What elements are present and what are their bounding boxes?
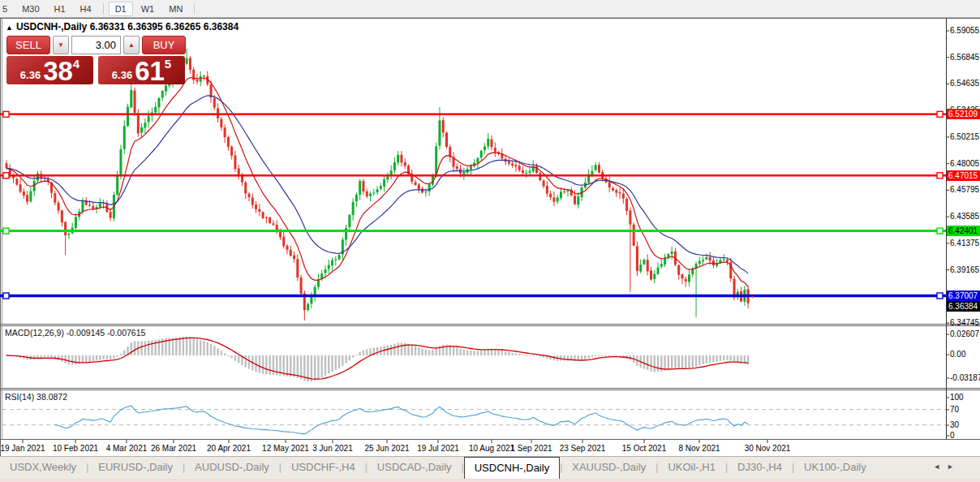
volume-input[interactable]: 3.00 — [71, 36, 121, 54]
ohlc-values: 6.36331 6.36395 6.36265 6.36384 — [90, 21, 239, 32]
date-axis-label: 15 Oct 2021 — [622, 444, 666, 453]
macd-label: MACD(12,26,9) -0.009145 -0.007615 — [5, 328, 145, 338]
price-axis-label: 6.48005 — [950, 159, 979, 168]
date-axis-label: 19 Jan 2021 — [0, 444, 45, 453]
price-level-tag: 6.42401 — [947, 226, 980, 236]
rsi-axis-label: 100 — [950, 393, 964, 402]
line-handle — [3, 293, 9, 299]
collapse-arrow-icon[interactable]: ▲ — [6, 24, 13, 32]
sell-price-display[interactable]: 6.36384 — [6, 56, 93, 84]
macd-axis-label: 0.02607 — [950, 329, 979, 338]
tab-usdx-weekly[interactable]: USDX,Weekly — [0, 457, 86, 480]
tab-xauusd-daily[interactable]: XAUUSD-,Daily — [562, 457, 655, 480]
rsi-label: RSI(14) 38.0872 — [5, 392, 67, 402]
date-axis-label: 3 Jun 2021 — [312, 444, 353, 453]
chart-title: ▲USDCNH-,Daily 6.36331 6.36395 6.36265 6… — [6, 21, 239, 32]
buy-button[interactable]: BUY — [142, 36, 186, 54]
buy-price-big: 61 — [135, 58, 165, 84]
status-strip — [0, 479, 980, 482]
current-price-tag: 6.36384 — [947, 301, 980, 312]
price-axis-label: 6.45795 — [950, 185, 979, 194]
buy-price-display[interactable]: 6.36615 — [98, 56, 185, 84]
date-axis-label: 12 May 2021 — [262, 444, 309, 453]
price-axis-label: 6.43585 — [950, 212, 979, 221]
price-level-tag: 6.37007 — [947, 290, 980, 301]
sell-price-small: 6.36 — [20, 69, 41, 81]
tab-ukoil-h1[interactable]: UKOil-,H1 — [658, 457, 725, 480]
trading-platform-window: 5M30H1H4D1W1MN 6.590556.568456.546356.52… — [0, 0, 980, 482]
line-handle — [3, 173, 9, 179]
line-handle — [937, 293, 943, 299]
tab-usdcad-daily[interactable]: USDCAD-,Daily — [368, 457, 462, 480]
price-axis-label: 6.39165 — [950, 265, 979, 274]
price-axis-label: 6.50215 — [950, 132, 979, 141]
price-axis-label: 6.59055 — [950, 26, 979, 35]
date-axis-label: 30 Nov 2021 — [745, 444, 791, 453]
tab-usdcnh-daily[interactable]: USDCNH-,Daily — [464, 457, 560, 480]
date-axis-label: 20 Apr 2021 — [207, 444, 251, 453]
rsi-axis-label: 30 — [950, 420, 959, 429]
date-axis-label: 8 Nov 2021 — [678, 444, 720, 453]
sell-button[interactable]: SELL — [6, 36, 50, 54]
rsi-axis-label: 0 — [950, 431, 955, 440]
macd-axis-label: -0.031872 — [950, 373, 980, 382]
date-axis-label: 10 Aug 2021 — [469, 444, 514, 453]
tab-scroll-arrows: ◄► — [933, 463, 961, 471]
price-level-tag: 6.52109 — [947, 109, 980, 119]
date-axis-label: 4 Mar 2021 — [106, 444, 148, 453]
macd-axis-label: 0.00 — [950, 350, 965, 359]
rsi-axis-label: 70 — [950, 405, 959, 414]
line-handle — [3, 228, 9, 234]
buy-price-small: 6.36 — [112, 69, 132, 81]
volume-decrease-button[interactable]: ▼ — [53, 36, 69, 54]
sell-price-sup: 4 — [73, 57, 80, 71]
buy-price-sup: 5 — [165, 57, 171, 71]
line-handle — [937, 228, 943, 234]
price-axis-label: 6.41375 — [950, 239, 979, 247]
line-handle — [937, 111, 943, 117]
date-axis-label: 26 Mar 2021 — [151, 444, 196, 453]
date-axis-label: 23 Sep 2021 — [560, 444, 606, 453]
chart-tab-bar: USDX,Weekly|EURUSD-,Daily|AUDUSD-,Daily|… — [0, 456, 980, 480]
sell-price-big: 38 — [43, 58, 73, 84]
date-axis-label: 10 Feb 2021 — [53, 444, 98, 453]
date-axis-label: 19 Jul 2021 — [417, 444, 459, 453]
date-axis-label: 1 Sep 2021 — [510, 444, 552, 453]
one-click-trading-panel: SELL ▼ 3.00 ▲ BUY 6.36384 6.36615 — [6, 36, 186, 84]
line-handle — [3, 111, 9, 117]
tab-scroll-right-icon[interactable]: ► — [947, 463, 961, 471]
volume-increase-button[interactable]: ▲ — [123, 36, 140, 54]
price-level-tag: 6.47015 — [947, 170, 980, 181]
symbol-name: USDCNH-,Daily — [16, 21, 87, 32]
price-axis-label: 6.54635 — [950, 79, 979, 88]
tab-dj30-h4[interactable]: DJ30-,H4 — [728, 457, 792, 480]
tab-eurusd-daily[interactable]: EURUSD-,Daily — [88, 457, 183, 480]
tab-uk100-daily[interactable]: UK100-,Daily — [794, 457, 876, 480]
line-handle — [937, 173, 943, 179]
date-axis-label: 25 Jun 2021 — [364, 444, 409, 453]
tab-usdchf-h4[interactable]: USDCHF-,H4 — [282, 457, 365, 480]
price-axis-label: 6.56845 — [950, 53, 979, 62]
price-axis-label: 6.34745 — [950, 318, 979, 327]
candles-layer — [6, 49, 750, 321]
tab-audusd-daily[interactable]: AUDUSD-,Daily — [185, 457, 279, 480]
rsi-line — [55, 406, 748, 434]
tab-scroll-left-icon[interactable]: ◄ — [933, 463, 947, 471]
